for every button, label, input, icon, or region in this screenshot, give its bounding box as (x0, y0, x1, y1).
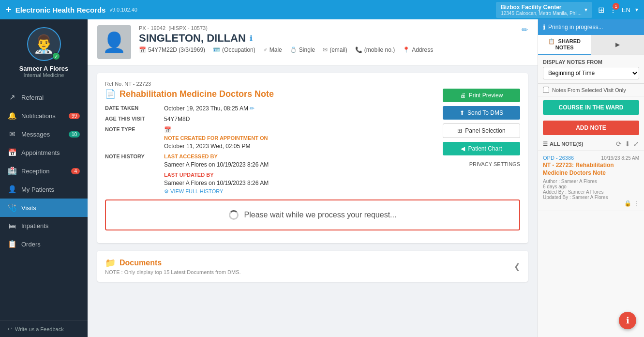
detail-email: ✉ (email) (323, 46, 347, 53)
date-edit-icon[interactable]: ✏ (250, 105, 255, 112)
sidebar-item-notifications[interactable]: 🔔 Notifications 99 (0, 107, 88, 125)
processing-box: Please wait while we process your reques… (105, 199, 520, 230)
info-icon[interactable]: ℹ (250, 34, 252, 42)
privacy-settings-link[interactable]: PRIVACY SETTINGS (469, 161, 520, 167)
note-entry-timeago: 6 days ago (543, 184, 639, 189)
reception-badge: 4 (71, 168, 80, 174)
notes-tab-icon: 📋 (548, 38, 555, 44)
note-meta: DATE TAKEN October 19, 2023 Thu, 08:25 A… (105, 105, 274, 195)
patient-chart-button[interactable]: ◀ Patient Chart (443, 142, 520, 155)
detail-mobile: 📞 (mobile no.) (355, 46, 395, 53)
nav-right: Bizbox Facility Center 12345 Caloocan, M… (496, 2, 638, 18)
feedback-label: Write us a Feedback (15, 326, 64, 332)
add-note-button[interactable]: ADD NOTE (543, 121, 639, 135)
detail-civil-status: 💍 Single (290, 46, 315, 53)
sidebar-item-referral[interactable]: ↗ Referral (0, 88, 88, 107)
tab-toggle[interactable]: ▶ (591, 35, 644, 55)
date-taken-value: October 19, 2023 Thu, 08:25 AM ✏ (164, 105, 255, 112)
sidebar-item-label: Notifications (21, 112, 56, 120)
right-panel: ℹ Printing in progress... 📋 SHARED NOTES… (538, 19, 644, 337)
note-entry-author: Author : Sameer A Flores (543, 179, 639, 184)
sidebar-item-label: Inpatients (21, 222, 48, 230)
reception-icon: 🏥 (8, 167, 16, 175)
sidebar-profile: 👨‍⚕️ ✓ Sameer A Flores Internal Medicine (0, 19, 88, 84)
display-from-select[interactable]: Beginning of Time Last 7 Days Last 30 Da… (543, 67, 639, 79)
notification-badge: 1 (613, 3, 619, 10)
note-left: 📄 Rehabilitation Medicine Doctors Note D… (105, 89, 274, 195)
sidebar-item-reception[interactable]: 🏥 Reception 4 (0, 162, 88, 180)
expand-icon[interactable]: ⤢ (633, 140, 639, 148)
facility-name: Bizbox Facility Center (501, 4, 582, 11)
note-entry-opd: OPD - 26386 (543, 155, 574, 161)
sidebar-item-orders[interactable]: 📋 Orders (0, 235, 88, 253)
facility-address: 12345 Caloocan, Metro Manila, Phil... (501, 11, 582, 16)
detail-address: 📍 Address (403, 46, 433, 53)
float-action-button[interactable]: ℹ (619, 312, 636, 329)
patient-info: PX - 19042 (HISPX - 10573) SINGLETON, DI… (139, 25, 514, 53)
note-entry-added: Added By : Sameer A Flores (543, 189, 639, 195)
patient-details: 📅 54Y7M22D (3/3/1969) 🪪 (Occupation) ♂ M… (139, 46, 514, 53)
lock-icon: 🔒 (624, 200, 631, 207)
inpatients-icon: 🛏 (8, 222, 16, 230)
checkbox-row: Notes From Selected Visit Only (538, 84, 644, 96)
download-icon[interactable]: ⬇ (625, 140, 630, 148)
upload-icon: ⬆ (460, 109, 464, 116)
print-preview-button[interactable]: 🖨 Print Preview (443, 89, 520, 102)
detail-occupation: 🪪 (Occupation) (213, 46, 255, 53)
grid-icon[interactable]: ⊞ (598, 5, 604, 15)
sidebar-item-visits[interactable]: 🩺 Visits (0, 199, 88, 217)
visit-only-checkbox[interactable] (543, 87, 549, 93)
docs-title-block: 📁 Documents NOTE : Only display top 15 L… (105, 258, 241, 275)
sidebar-item-label: My Patients (21, 186, 54, 193)
language-selector[interactable]: EN (622, 6, 630, 14)
note-entry-date: 10/19/23 8:25 AM (601, 155, 639, 161)
brand-section: + Electronic Health Records v9.0.102.40 (6, 4, 137, 15)
meta-age: AGE THIS VISIT 54Y7M8D (105, 116, 274, 123)
note-ref: Ref No. NT - 22723 (105, 81, 520, 87)
info-float-icon: ℹ (626, 315, 629, 326)
panel-selection-button[interactable]: ⊞ Panel Selection (443, 123, 520, 138)
visits-icon: 🩺 (8, 203, 16, 212)
history-block: LAST ACCESSED BY Sameer A Flores on 10/1… (164, 153, 269, 195)
documents-section: 📁 Documents NOTE : Only display top 15 L… (97, 251, 528, 282)
profile-name: Sameer A Flores (19, 65, 69, 72)
location-icon: 📍 (403, 46, 410, 53)
sidebar-item-appointments[interactable]: 📅 Appointments (0, 143, 88, 162)
meta-note-type: NOTE TYPE 📅 NOTE CREATED FOR APPOINTMENT… (105, 126, 274, 150)
phone-icon: 📞 (355, 46, 362, 53)
sidebar-item-my-patients[interactable]: 👤 My Patients (0, 180, 88, 199)
meta-history: NOTE HISTORY LAST ACCESSED BY Sameer A F… (105, 153, 274, 195)
top-navigation: + Electronic Health Records v9.0.102.40 … (0, 0, 644, 19)
edit-patient-icon[interactable]: ✏ (522, 25, 528, 34)
send-to-dms-button[interactable]: ⬆ Send To DMS (443, 106, 520, 120)
messages-badge: 10 (69, 131, 80, 138)
sidebar-item-label: Referral (21, 94, 44, 101)
all-notes-header: ☰ ALL NOTE(S) ⟳ ⬇ ⤢ (538, 137, 644, 151)
patient-header: 👤 PX - 19042 (HISPX - 10573) SINGLETON, … (88, 19, 538, 65)
chart-icon: ◀ (461, 145, 465, 152)
docs-collapse-icon[interactable]: ❮ (514, 262, 520, 271)
sidebar-item-label: Messages (21, 131, 50, 138)
sidebar-nav: ↗ Referral 🔔 Notifications 99 ✉ Messages… (0, 84, 88, 321)
sidebar-item-label: Reception (21, 168, 50, 175)
ellipsis-icon[interactable]: ⋮ (633, 200, 639, 207)
tab-shared-notes[interactable]: 📋 SHARED NOTES (538, 35, 591, 55)
note-entry: OPD - 26386 10/19/23 8:25 AM NT - 22723:… (538, 151, 644, 211)
orders-icon: 📋 (8, 240, 16, 248)
checkbox-label: Notes From Selected Visit Only (552, 87, 626, 93)
meta-date-taken: DATE TAKEN October 19, 2023 Thu, 08:25 A… (105, 105, 274, 112)
note-type-block: 📅 NOTE CREATED FOR APPOINTMENT ON Octobe… (164, 126, 268, 150)
course-in-ward-button[interactable]: COURSE IN THE WARD (543, 100, 639, 115)
docs-icon: 📁 (105, 258, 116, 268)
display-from-section: DISPLAY NOTES FROM Beginning of Time Las… (538, 55, 644, 84)
menu-dots-icon[interactable]: ⋮ 1 (609, 5, 617, 15)
refresh-icon[interactable]: ⟳ (616, 140, 622, 148)
feedback-link[interactable]: ↩ Write us a Feedback (8, 326, 80, 332)
facility-selector[interactable]: Bizbox Facility Center 12345 Caloocan, M… (496, 2, 592, 18)
docs-title: 📁 Documents (105, 258, 241, 268)
sidebar-item-messages[interactable]: ✉ Messages 10 (0, 125, 88, 143)
sidebar-item-inpatients[interactable]: 🛏 Inpatients (0, 217, 88, 235)
notifications-icon: 🔔 (8, 111, 16, 120)
note-entry-title[interactable]: NT - 22723: Rehabilitation Medicine Doct… (543, 162, 639, 177)
view-history-link[interactable]: ⚙ VIEW FULL HISTORY (164, 188, 269, 195)
